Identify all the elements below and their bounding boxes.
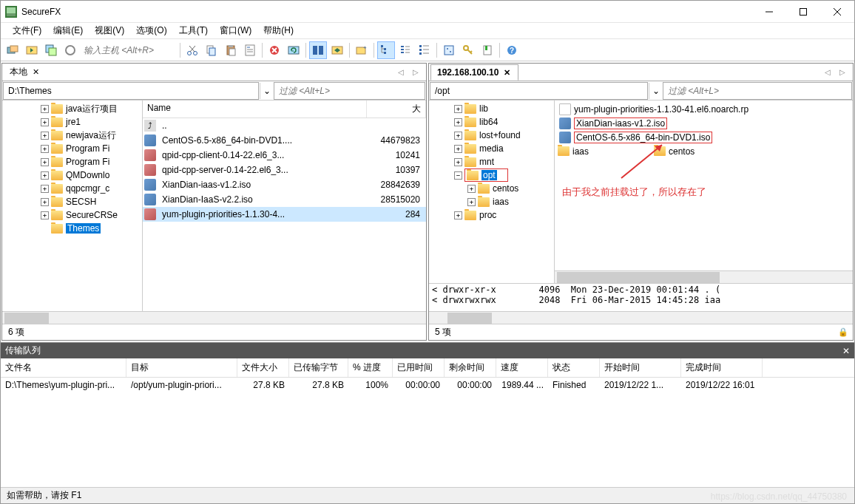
detail-view-icon[interactable] — [416, 41, 433, 59]
file-item[interactable]: yum-plugin-priorities-1.1.30-41.el6.noar… — [556, 102, 851, 116]
queue-row[interactable]: D:\Themes\yum-plugin-pri.../opt/yum-plug… — [1, 378, 854, 392]
tab-prev-icon[interactable]: ◁ — [395, 67, 407, 78]
tree-toggle-icon[interactable]: + — [467, 185, 476, 193]
tree-toggle-icon[interactable]: + — [41, 198, 49, 206]
session-btn[interactable] — [4, 41, 21, 59]
remote-filter-input[interactable] — [663, 82, 852, 100]
tree-toggle-icon[interactable]: + — [41, 132, 49, 140]
tree-toggle-icon[interactable] — [41, 225, 49, 233]
remote-tree[interactable]: +lib+lib64+lost+found+media+mnt−opt+cent… — [429, 101, 555, 283]
properties-icon[interactable] — [241, 41, 259, 59]
tree-item[interactable]: +iaas — [429, 195, 554, 208]
menu-edit[interactable]: 编辑(E) — [47, 23, 89, 38]
tree-item[interactable]: +newjava运行 — [2, 129, 142, 142]
tab-close-icon[interactable]: ✕ — [30, 67, 41, 78]
file-row[interactable]: ⤴.. — [143, 118, 426, 133]
file-item[interactable]: centos — [652, 144, 696, 158]
queue-col[interactable]: 已传输字节 — [289, 358, 348, 377]
local-tree[interactable]: +java运行项目+jre1+newjava运行+Program Fi+Prog… — [2, 101, 143, 311]
file-row[interactable]: qpid-cpp-client-0.14-22.el6_3...10241 — [143, 148, 426, 163]
delete-icon[interactable] — [266, 41, 283, 59]
maximize-button[interactable] — [786, 1, 820, 23]
file-item[interactable]: XianDian-iaas-v1.2.iso — [556, 116, 851, 130]
tree-item[interactable]: +lib64 — [429, 115, 554, 129]
file-row[interactable]: yum-plugin-priorities-1.1.30-4...284 — [143, 207, 426, 222]
tab-close-icon[interactable]: ✕ — [501, 67, 512, 78]
tree-toggle-icon[interactable]: − — [454, 171, 462, 180]
col-size[interactable]: 大 — [367, 101, 426, 118]
queue-col[interactable]: 剩余时间 — [445, 358, 496, 377]
tree-item[interactable]: −opt — [429, 168, 554, 182]
menu-tools[interactable]: 工具(T) — [173, 23, 214, 38]
queue-columns[interactable]: 文件名目标文件大小已传输字节% 进度已用时间剩余时间速度状态开始时间完成时间 — [1, 358, 854, 378]
close-button[interactable] — [820, 1, 854, 23]
tree-toggle-icon[interactable]: + — [454, 132, 462, 140]
file-item[interactable]: CentOS-6.5-x86_64-bin-DVD1.iso — [556, 130, 851, 144]
queue-col[interactable]: 完成时间 — [681, 358, 763, 377]
path-dropdown-icon[interactable]: ⌄ — [649, 83, 662, 99]
key-icon[interactable] — [459, 41, 477, 59]
queue-col[interactable]: % 进度 — [348, 358, 393, 377]
file-item[interactable]: iaas — [556, 144, 652, 158]
tree-item[interactable]: +Program Fi — [2, 142, 142, 155]
local-file-list[interactable]: Name 大 ⤴..CentOS-6.5-x86_64-bin-DVD1....… — [143, 101, 426, 311]
newfolder-icon[interactable]: + — [353, 41, 371, 59]
list-view-icon[interactable] — [396, 41, 414, 59]
tree-item[interactable]: +media — [429, 142, 554, 155]
tree-view-icon[interactable] — [377, 41, 395, 59]
queue-col[interactable]: 已用时间 — [393, 358, 445, 377]
paste-icon[interactable] — [222, 41, 240, 59]
queue-col[interactable]: 速度 — [496, 358, 548, 377]
reconnect-btn[interactable] — [42, 41, 60, 59]
tree-toggle-icon[interactable]: + — [41, 118, 49, 126]
file-row[interactable]: XianDian-iaas-v1.2.iso28842639 — [143, 177, 426, 192]
local-tab[interactable]: 本地 ✕ — [4, 64, 47, 81]
menu-file[interactable]: 文件(F) — [7, 23, 47, 38]
tree-item[interactable]: +SecureCRSe — [2, 208, 142, 222]
file-row[interactable]: qpid-cpp-server-0.14-22.el6_3...10397 — [143, 163, 426, 177]
tree-toggle-icon[interactable]: + — [41, 171, 49, 180]
local-path-input[interactable] — [3, 82, 259, 100]
tree-toggle-icon[interactable]: + — [41, 105, 49, 113]
tree-item[interactable]: +proc — [429, 208, 554, 222]
tab-next-icon[interactable]: ▷ — [837, 67, 848, 78]
file-row[interactable]: XianDian-IaaS-v2.2.iso28515020 — [143, 192, 426, 207]
cut-icon[interactable] — [183, 41, 201, 59]
circle-btn[interactable] — [61, 41, 79, 59]
tree-item[interactable]: +lost+found — [429, 129, 554, 142]
tree-toggle-icon[interactable]: + — [454, 158, 462, 166]
tree-item[interactable]: +QMDownlo — [2, 168, 142, 182]
minimize-button[interactable] — [752, 1, 786, 23]
options-icon[interactable] — [440, 41, 458, 59]
tab-next-icon[interactable]: ▷ — [410, 67, 422, 78]
tree-toggle-icon[interactable]: + — [467, 198, 476, 206]
tree-item[interactable]: +java运行项目 — [2, 102, 142, 115]
host-input[interactable] — [81, 43, 177, 58]
menu-options[interactable]: 选项(O) — [130, 23, 172, 38]
quickconnect-btn[interactable] — [23, 41, 41, 59]
tree-item[interactable]: +lib — [429, 102, 554, 115]
tree-item[interactable]: +Program Fi — [2, 155, 142, 168]
tree-item[interactable]: +centos — [429, 182, 554, 195]
tree-item[interactable]: +qqpcmgr_c — [2, 182, 142, 195]
queue-close-icon[interactable]: ✕ — [842, 346, 850, 356]
queue-col[interactable]: 目标 — [126, 358, 237, 377]
menu-window[interactable]: 窗口(W) — [214, 23, 257, 38]
menu-help[interactable]: 帮助(H) — [257, 23, 300, 38]
remote-file-list[interactable]: yum-plugin-priorities-1.1.30-41.el6.noar… — [555, 101, 853, 283]
panes-icon[interactable] — [309, 41, 327, 59]
col-name[interactable]: Name — [143, 101, 367, 118]
remote-tab[interactable]: 192.168.100.10 ✕ — [430, 64, 518, 81]
tree-toggle-icon[interactable]: + — [454, 118, 462, 126]
tree-toggle-icon[interactable]: + — [454, 211, 462, 219]
queue-col[interactable]: 文件大小 — [237, 358, 289, 377]
tree-toggle-icon[interactable]: + — [41, 185, 49, 193]
tree-toggle-icon[interactable]: + — [41, 158, 49, 166]
tree-toggle-icon[interactable]: + — [454, 105, 462, 113]
queue-col[interactable]: 开始时间 — [600, 358, 681, 377]
queue-col[interactable]: 状态 — [548, 358, 600, 377]
tree-item[interactable]: +SECSH — [2, 195, 142, 208]
remote-path-input[interactable] — [430, 82, 648, 100]
copy-icon[interactable] — [203, 41, 220, 59]
menu-view[interactable]: 视图(V) — [89, 23, 130, 38]
